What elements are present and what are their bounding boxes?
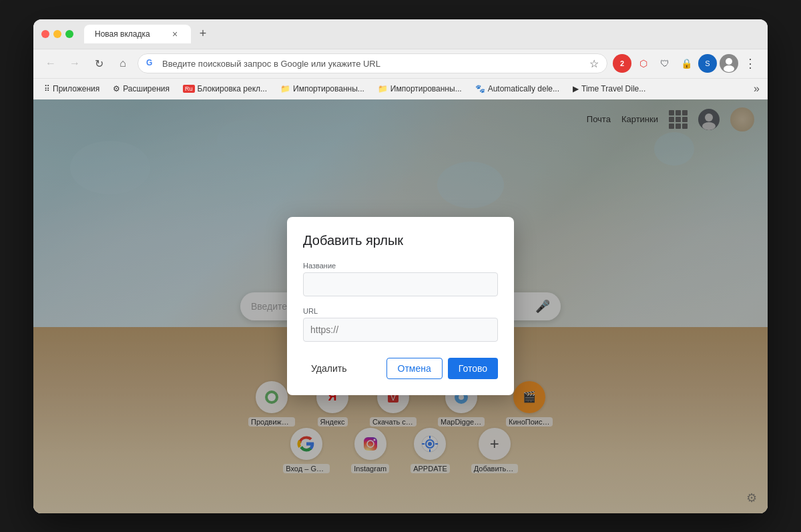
extension-icon-5[interactable]: S [698, 54, 717, 73]
address-text: Введите поисковый запрос в Google или ук… [162, 59, 584, 69]
page-background: Почта Картинки [33, 99, 768, 513]
page-content: Почта Картинки [33, 99, 768, 513]
modal-overlay: Добавить ярлык Название URL Удалить Отме… [33, 99, 768, 513]
back-button[interactable]: ← [41, 54, 60, 73]
forward-button[interactable]: → [65, 54, 84, 73]
folder-2-icon: 📁 [378, 84, 388, 93]
time-travel-bookmark[interactable]: ▶ Time Travel Dile... [567, 83, 651, 95]
adblock-icon: Ru [183, 85, 195, 93]
url-input[interactable] [303, 318, 498, 342]
tab-bar: Новая вкладка × + [84, 25, 760, 43]
bookmarks-bar: ⠿ Приложения ⚙ Расширения Ru Блокировка … [33, 78, 768, 99]
auto-delete-icon: 🐾 [475, 84, 485, 93]
apps-icon: ⠿ [44, 84, 50, 93]
extension-icon-2[interactable]: ⬡ [634, 54, 653, 73]
tab-close-button[interactable]: × [170, 29, 180, 39]
reload-button[interactable]: ↻ [89, 54, 108, 73]
active-tab[interactable]: Новая вкладка × [84, 25, 191, 43]
adblock-bookmark[interactable]: Ru Блокировка рекл... [178, 83, 272, 95]
folder-1-icon: 📁 [280, 84, 290, 93]
home-button[interactable]: ⌂ [113, 54, 132, 73]
modal-buttons: Удалить Отмена Готово [303, 358, 498, 379]
extensions-icon: ⚙ [113, 84, 120, 93]
extensions-bookmark[interactable]: ⚙ Расширения [107, 83, 175, 95]
browser-window: Новая вкладка × + ← → ↻ ⌂ G Введите поис… [33, 19, 768, 513]
extension-icon-4[interactable]: 🔒 [677, 54, 696, 73]
title-bar: Новая вкладка × + [33, 19, 768, 49]
extension-icon-1[interactable]: 2 [613, 54, 631, 73]
url-field-label: URL [303, 307, 498, 315]
imported-2-bookmark[interactable]: 📁 Импортированны... [372, 83, 467, 95]
apps-bookmark[interactable]: ⠿ Приложения [39, 83, 105, 95]
google-g-icon: G [146, 58, 157, 69]
nav-right-icons: 2 ⬡ 🛡 🔒 S ⋮ [613, 54, 760, 73]
auto-delete-bookmark[interactable]: 🐾 Automatically dele... [470, 83, 565, 95]
cancel-button[interactable]: Отмена [386, 358, 443, 379]
imported-1-bookmark[interactable]: 📁 Импортированны... [275, 83, 370, 95]
modal-title: Добавить ярлык [303, 233, 498, 248]
minimize-button[interactable] [53, 30, 61, 38]
delete-button[interactable]: Удалить [303, 358, 354, 379]
chrome-menu-button[interactable]: ⋮ [741, 54, 760, 73]
nav-bar: ← → ↻ ⌂ G Введите поисковый запрос в Goo… [33, 49, 768, 78]
maximize-button[interactable] [65, 30, 73, 38]
tab-title: Новая вкладка [95, 29, 164, 39]
extension-icon-3[interactable]: 🛡 [655, 54, 674, 73]
name-input[interactable] [303, 272, 498, 296]
address-bar[interactable]: G Введите поисковый запрос в Google или … [138, 53, 607, 73]
svg-point-1 [724, 65, 734, 72]
add-shortcut-dialog: Добавить ярлык Название URL Удалить Отме… [287, 217, 514, 395]
time-travel-icon: ▶ [573, 84, 579, 93]
name-field-label: Название [303, 262, 498, 270]
traffic-lights [41, 30, 73, 38]
new-tab-button[interactable]: + [194, 25, 212, 43]
bookmark-star-icon[interactable]: ☆ [589, 57, 599, 70]
profile-avatar[interactable] [720, 54, 738, 73]
more-bookmarks-button[interactable]: » [751, 83, 762, 95]
close-button[interactable] [41, 30, 49, 38]
svg-point-0 [726, 58, 732, 65]
done-button[interactable]: Готово [448, 358, 498, 379]
